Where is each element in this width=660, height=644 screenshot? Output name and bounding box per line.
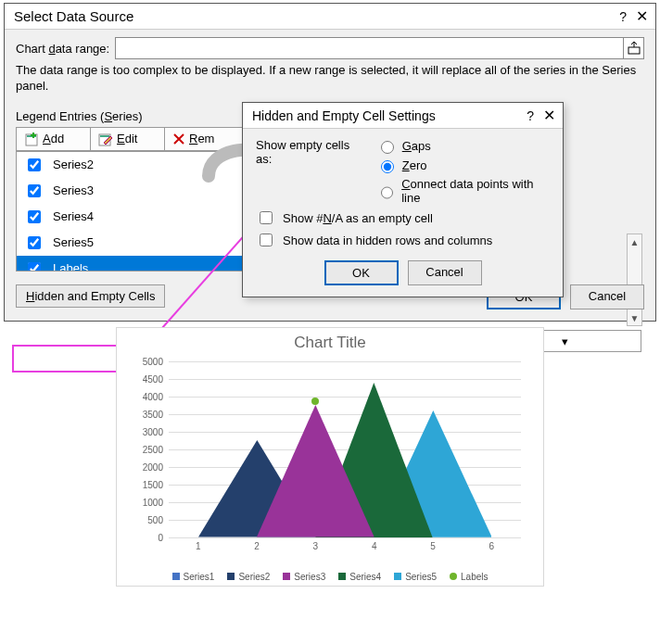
legend-item: Labels bbox=[450, 572, 488, 582]
close-icon[interactable]: ✕ bbox=[543, 107, 555, 124]
radio-connect[interactable]: Connect data points with lineConnect dat… bbox=[376, 177, 550, 205]
list-item-label: Labels bbox=[53, 261, 88, 271]
chart-preview: Chart Title 0500100015002000250030003500… bbox=[116, 327, 544, 587]
list-item-label: Series5 bbox=[53, 235, 94, 249]
dialog-title: Hidden and Empty Cell Settings bbox=[252, 108, 436, 123]
chart-data-range-input[interactable] bbox=[116, 42, 623, 56]
scrollbar[interactable]: ▲ ▼ bbox=[627, 234, 642, 326]
svg-rect-5 bbox=[100, 135, 109, 137]
hidden-and-empty-cells-button[interactable]: Hidden and Empty Cells bbox=[16, 284, 165, 308]
dialog-title: Select Data Source bbox=[14, 8, 133, 24]
chart-data-range-field[interactable] bbox=[115, 37, 644, 59]
hidden-empty-cell-settings-dialog: Hidden and Empty Cell Settings ? ✕ Show … bbox=[242, 102, 564, 297]
legend-item: Series2 bbox=[227, 572, 270, 582]
show-empty-cells-label: Show empty cells as: bbox=[256, 138, 365, 205]
series-checkbox[interactable] bbox=[28, 158, 41, 171]
cancel-button[interactable]: Cancel bbox=[570, 284, 644, 309]
cancel-button[interactable]: Cancel bbox=[408, 260, 482, 285]
chart-plot-area bbox=[169, 361, 521, 537]
dialog-titlebar: Hidden and Empty Cell Settings ? ✕ bbox=[243, 103, 563, 129]
legend-item: Series4 bbox=[338, 572, 381, 582]
radio-zero[interactable]: ZeroZero bbox=[376, 158, 550, 173]
help-icon[interactable]: ? bbox=[619, 9, 627, 24]
series-checkbox[interactable] bbox=[28, 210, 41, 223]
legend-item: Series1 bbox=[172, 572, 215, 582]
list-item-label: Series4 bbox=[53, 209, 94, 223]
chart-legend: Series1Series2Series3Series4Series5Label… bbox=[117, 572, 543, 582]
chart-title: Chart Title bbox=[117, 328, 543, 352]
chart-label-dot bbox=[311, 398, 319, 405]
radio-gaps[interactable]: GapsGaps bbox=[376, 138, 550, 154]
chart-x-axis: 123456 bbox=[169, 541, 521, 556]
range-picker-icon[interactable] bbox=[623, 38, 643, 58]
list-item-label: Series2 bbox=[53, 158, 94, 171]
series-checkbox[interactable] bbox=[28, 184, 41, 197]
edit-button[interactable]: EEditdit bbox=[91, 128, 165, 150]
checkbox-show-na[interactable]: Show #N/A as an empty cellShow #N/A as a… bbox=[256, 208, 550, 227]
close-icon[interactable]: ✕ bbox=[636, 7, 648, 25]
legend-item: Series3 bbox=[283, 572, 325, 582]
svg-rect-0 bbox=[628, 47, 640, 54]
add-button[interactable]: AAdddd bbox=[17, 128, 91, 150]
checkbox-show-hidden[interactable]: Show data in hidden rows and columns bbox=[256, 231, 550, 249]
help-icon[interactable]: ? bbox=[527, 108, 534, 123]
scroll-down-icon[interactable]: ▼ bbox=[628, 310, 641, 325]
chart-data-range-label: Chart data range: bbox=[16, 42, 109, 56]
chart-y-axis: 0500100015002000250030003500400045005000 bbox=[117, 361, 167, 537]
svg-marker-10 bbox=[257, 405, 374, 537]
list-item-label: Series3 bbox=[53, 183, 94, 197]
legend-item: Series5 bbox=[394, 572, 437, 582]
data-range-note: The data range is too complex to be disp… bbox=[16, 63, 644, 95]
series-checkbox[interactable] bbox=[28, 262, 41, 271]
ok-button[interactable]: OK bbox=[324, 260, 399, 285]
scroll-up-icon[interactable]: ▲ bbox=[628, 234, 641, 249]
series-checkbox[interactable] bbox=[28, 236, 41, 249]
dialog-titlebar: Select Data Source ? ✕ bbox=[5, 4, 655, 30]
chart-series-triangle bbox=[257, 405, 374, 537]
select-data-source-dialog: Select Data Source ? ✕ Chart data range:… bbox=[4, 3, 656, 322]
